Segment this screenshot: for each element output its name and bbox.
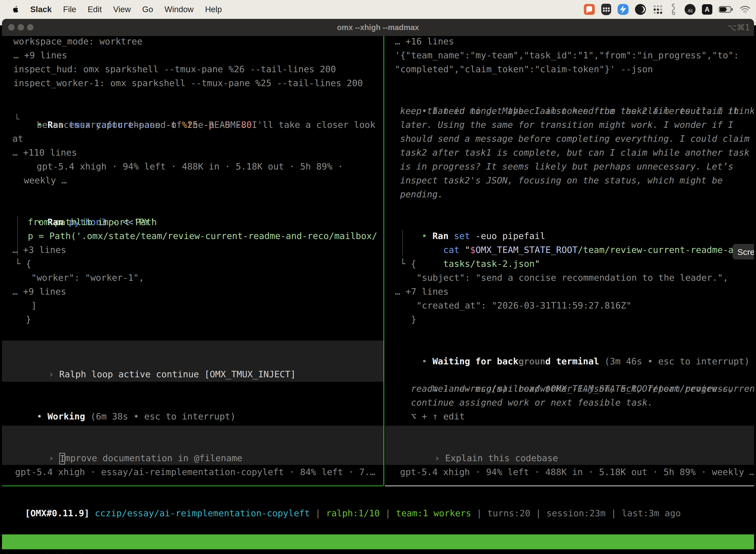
ran-python-command: • Ran python3 - <<'PY' [4, 201, 155, 215]
mailbox-message: readme-and-reco/mailbox/worker-1.json, a… [411, 382, 734, 396]
thinking-line: later. Using the same for transition mig… [400, 118, 734, 132]
thinking-line: pending. [400, 187, 443, 201]
terminal-line: '{"team_name":"my-team","task_id":"1","f… [395, 48, 739, 62]
code-line: p = Path('.omx/state/team/review-current… [28, 229, 377, 243]
code-line: from pathlib import Path [28, 215, 157, 229]
menu-window[interactable]: Window [165, 5, 193, 14]
prompt-placeholder: mprove documentation in @filename [65, 453, 242, 463]
mailbox-message: ↳ 1 new msg(s): read $OMX_TEAM_STATE_ROO… [400, 368, 754, 382]
repo-path: cczip/essay/ai-reimplementation-copyleft [95, 508, 310, 518]
menu-view[interactable]: View [113, 5, 131, 14]
terminal-line: "subject": "send a concise recommendatio… [417, 271, 728, 285]
crescent-circle-icon[interactable] [635, 4, 646, 15]
battery-icon[interactable] [719, 6, 733, 13]
pane-divider[interactable] [383, 36, 384, 486]
terminal-line: } [411, 313, 417, 326]
tree-corner-icon: └ [14, 112, 19, 126]
terminal-line: at [12, 132, 23, 146]
queued-message-banner: › Ralph loop active continue [OMX_TMUX_I… [2, 340, 383, 382]
chat-app-icon[interactable] [584, 4, 595, 15]
terminal-line: "created_at": "2026-03-31T11:59:27.816Z" [417, 298, 631, 313]
terminal-line: weekly … [24, 173, 67, 187]
thinking-line: inspect task2's JSON, focusing on the st… [400, 173, 722, 187]
bullet-icon: • [422, 356, 432, 366]
prompt-placeholder: Explain this codebase [445, 453, 558, 463]
shield-grid-icon[interactable] [601, 4, 611, 15]
menu-go[interactable]: Go [142, 5, 153, 14]
terminal-line: be necessary for the end of the README. … [37, 118, 375, 132]
model-status-left: gpt-5.4 xhigh · essay/ai-reimplementatio… [15, 465, 375, 479]
working-status: • Working (6m 38s • esc to interrupt) [4, 396, 236, 409]
letter-a-icon[interactable]: A [702, 4, 712, 15]
terminal-line: └ { [15, 257, 31, 271]
prompt-input-left[interactable]: › Improve documentation in @filename [2, 426, 383, 465]
terminal-line: workspace_mode: worktree [13, 35, 142, 48]
window-shortcut: ⌥⌘1 [727, 19, 750, 36]
terminal-line: "completed","claim_token":"claim-token"}… [395, 62, 653, 76]
menu-items: Slack File Edit View Go Window Help [30, 5, 222, 14]
title-bar[interactable]: omx --xhigh --madmax ⌥⌘1 [2, 19, 754, 36]
terminal-window: omx --xhigh --madmax ⌥⌘1 workspace_mode:… [2, 19, 754, 554]
terminal-line: … +9 lines [12, 285, 66, 298]
edit-hint: ⌥ + ↑ edit [411, 409, 465, 424]
thinking-line: should send a message before completing … [400, 132, 750, 146]
terminal-line: … +3 lines [12, 243, 66, 257]
terminal-line: inspect_hud: omx sparkshell --tmux-pane … [13, 62, 336, 76]
screenshot-tooltip: Scre [733, 244, 754, 259]
badge-61-icon[interactable]: .61 [685, 4, 695, 15]
dots-grid-icon[interactable] [652, 4, 663, 15]
ran-set-command: • Ran set -euo pipefail [389, 215, 546, 229]
menu-edit[interactable]: Edit [87, 5, 102, 14]
blue-badge-icon[interactable] [618, 4, 629, 15]
terminal-line: … +9 lines [13, 48, 67, 62]
terminal-line: } [26, 313, 31, 326]
code-line: cat "$OMX_TEAM_STATE_ROOT/team/review-cu… [411, 229, 754, 243]
terminal-line: … +7 lines [395, 285, 449, 298]
indent-guide [402, 230, 403, 256]
tmux-status-bar: [omx-cczip0:bash* "MacBook-Pro-44.local"… [2, 535, 754, 549]
squiggle-icon[interactable] [670, 3, 678, 16]
terminal-line: … +110 lines [12, 146, 77, 160]
ran-tmux-command: • Ran tmux capture-pane -t %25 -p -S -80 [4, 104, 252, 118]
terminal-line: … +16 lines [395, 35, 454, 48]
pane-border-inactive [385, 486, 754, 486]
tmux-session-label[interactable]: [omx-cczip0:bash* [4, 549, 90, 554]
bullet-icon: • [37, 411, 47, 422]
omx-status-line: [OMX#0.11.9] cczip/essay/ai-reimplementa… [3, 492, 681, 506]
mailbox-message: continue assigned work or next feasible … [411, 396, 653, 409]
terminal-line: └ { [400, 257, 416, 271]
thinking-line: is in progress? It seems likely but perh… [400, 160, 734, 173]
thinking-line: task2 after task1 is complete, but can I… [400, 146, 750, 160]
terminal-line: gpt-5.4 xhigh · 94% left · 488K in · 5.1… [37, 160, 343, 173]
menu-help[interactable]: Help [205, 5, 222, 14]
apple-menu-icon[interactable] [11, 4, 20, 14]
team-counter: team:1 workers [396, 508, 471, 518]
prompt-input-right[interactable]: › Explain this codebase [385, 426, 754, 465]
chevron-icon: › [48, 453, 59, 463]
window-title: omx --xhigh --madmax [2, 19, 754, 36]
terminal-line: "worker": "worker-1", [31, 271, 144, 285]
chevron-icon: › [48, 369, 59, 379]
terminal-line: ] [31, 298, 37, 313]
menu-app-slack[interactable]: Slack [30, 5, 52, 14]
chevron-icon: › [434, 453, 445, 463]
text-cursor: I [59, 453, 65, 464]
pane-border-active [2, 486, 383, 486]
menu-status-icons: .61 A [584, 3, 751, 16]
thinking-line: keep that in mind. Maybe I also need the… [400, 104, 739, 118]
code-line: tasks/task-2.json" [411, 243, 540, 257]
waiting-status: • Waiting for background terminal (3m 46… [389, 340, 750, 354]
thinking-line: • I need to get the claim token from the… [389, 90, 754, 104]
menu-file[interactable]: File [63, 5, 76, 14]
menu-bar: Slack File Edit View Go Window Help .61 … [0, 0, 756, 19]
terminal-line: inspect_worker-1: omx sparkshell --tmux-… [13, 76, 363, 90]
model-status-right: gpt-5.4 xhigh · 94% left · 488K in · 5.1… [400, 465, 754, 479]
ralph-counter: ralph:1/10 [326, 508, 380, 518]
wifi-icon[interactable] [740, 5, 751, 14]
